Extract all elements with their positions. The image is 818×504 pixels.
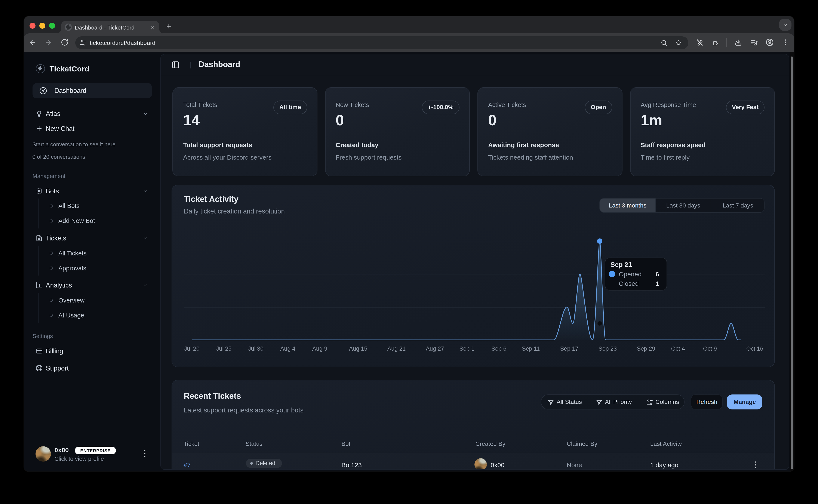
svg-text:Aug 9: Aug 9 [312,345,327,352]
svg-text:Oct 16: Oct 16 [746,345,763,352]
svg-text:Sep 23: Sep 23 [599,345,617,352]
svg-text:Sep 1: Sep 1 [459,345,475,352]
svg-text:Jul 30: Jul 30 [248,345,264,352]
svg-text:Aug 27: Aug 27 [426,345,444,352]
svg-text:Sep 6: Sep 6 [491,345,507,352]
svg-text:Sep 29: Sep 29 [637,345,655,352]
svg-text:Aug 4: Aug 4 [280,345,295,352]
svg-text:Oct 9: Oct 9 [703,345,717,352]
svg-text:Jul 20: Jul 20 [184,345,200,352]
svg-text:Aug 15: Aug 15 [349,345,368,352]
svg-text:Aug 21: Aug 21 [387,345,406,352]
svg-text:Sep 17: Sep 17 [560,345,578,352]
svg-text:Jul 25: Jul 25 [216,345,231,352]
svg-text:Oct 4: Oct 4 [671,345,685,352]
svg-text:Sep 11: Sep 11 [522,345,540,352]
